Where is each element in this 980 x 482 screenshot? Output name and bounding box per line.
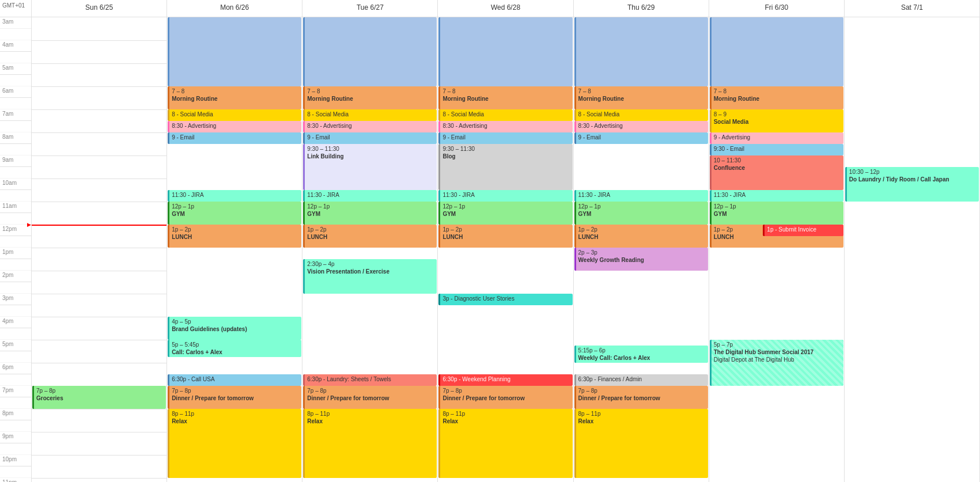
time-10pm: 10pm: [0, 455, 31, 466]
day-col-fri: Fri 6/30 7 – 8Morning Routine 8 – 9Socia…: [709, 0, 845, 482]
event-tue-dinner[interactable]: 7p – 8pDinner / Prepare for tomorrow: [303, 386, 437, 409]
time-6-30: [0, 374, 31, 386]
event-tue-relax[interactable]: 8p – 11pRelax: [303, 409, 437, 478]
time-11pm: 11pm: [0, 478, 31, 482]
event-tue-morning[interactable]: 7 – 8Morning Routine: [303, 86, 437, 109]
event-wed-dinner[interactable]: 7p – 8pDinner / Prepare for tomorrow: [438, 386, 572, 409]
event-wed-relax[interactable]: 8p – 11pRelax: [438, 409, 572, 478]
event-fri-morning[interactable]: 7 – 8Morning Routine: [710, 86, 843, 109]
event-tue-email[interactable]: 9 - Email: [303, 132, 437, 144]
event-wed-social[interactable]: 8 - Social Media: [438, 109, 572, 121]
event-wed-blog[interactable]: 9:30 – 11:30Blog: [438, 144, 572, 190]
event-fri-social[interactable]: 8 – 9Social Media: [710, 109, 843, 132]
time-column: GMT+01 3am 4am 5am 6am 7am 8am 9am 10am …: [0, 0, 32, 482]
event-tue-social[interactable]: 8 - Social Media: [303, 109, 437, 121]
time-6pm: 6pm: [0, 363, 31, 374]
event-mon-brand[interactable]: 4p – 5pBrand Guidelines (updates): [168, 317, 301, 340]
day-body-thu: 7 – 8Morning Routine 8 - Social Media 8:…: [574, 17, 709, 482]
day-body-tue: 7 – 8Morning Routine 8 - Social Media 8:…: [302, 17, 437, 482]
event-fri-blue-top[interactable]: [710, 17, 843, 86]
time-1-30: [0, 259, 31, 271]
event-thu-morning[interactable]: 7 – 8Morning Routine: [574, 86, 708, 109]
event-mon-call-carlos[interactable]: 5p – 5:45pCall: Carlos + Alex: [168, 340, 301, 357]
event-sat-do-laundry[interactable]: 10:30 – 12pDo Laundry / Tidy Room / Call…: [845, 167, 979, 202]
event-wed-diagnostic[interactable]: 3p - Diagnostic User Stories: [438, 294, 572, 305]
time-11am: 11am: [0, 202, 31, 213]
day-body-sat: 10:30 – 12pDo Laundry / Tidy Room / Call…: [845, 17, 979, 482]
event-fri-gym[interactable]: 12p – 1pGYM: [710, 202, 843, 225]
day-body-sun: 7p – 8pGroceries 10:30p - Prepare for th…: [32, 17, 167, 482]
event-wed-weekend[interactable]: 6:30p - Weekend Planning: [438, 374, 572, 386]
event-tue-laundry[interactable]: 6:30p - Laundry: Sheets / Towels: [303, 374, 437, 386]
event-fri-confluence[interactable]: 10 – 11:30Confluence: [710, 155, 843, 190]
event-mon-morning[interactable]: 7 – 8Morning Routine: [168, 86, 301, 109]
event-mon-email[interactable]: 9 - Email: [168, 132, 301, 144]
event-thu-relax[interactable]: 8p – 11pRelax: [574, 409, 708, 478]
time-12pm: 12pm: [0, 225, 31, 236]
event-wed-jira[interactable]: 11:30 - JIRA: [438, 190, 572, 202]
time-6-30: [0, 98, 31, 109]
event-wed-advert[interactable]: 8:30 - Advertising: [438, 121, 572, 132]
event-sun-groceries[interactable]: 7p – 8pGroceries: [32, 386, 166, 409]
event-tue-lunch[interactable]: 1p – 2pLUNCH: [303, 225, 437, 248]
time-8am: 8am: [0, 132, 31, 144]
event-fri-jira[interactable]: 11:30 - JIRA: [710, 190, 843, 202]
time-4-30: [0, 328, 31, 340]
event-thu-social[interactable]: 8 - Social Media: [574, 109, 708, 121]
event-tue-gym[interactable]: 12p – 1pGYM: [303, 202, 437, 225]
grid-lines-sun: [32, 17, 167, 482]
event-mon-dinner[interactable]: 7p – 8pDinner / Prepare for tomorrow: [168, 386, 301, 409]
day-body-mon: 7 – 8Morning Routine 8 - Social Media 8:…: [167, 17, 302, 482]
time-8-30: [0, 420, 31, 432]
time-10-30: [0, 466, 31, 478]
day-header-sun: Sun 6/25: [32, 0, 167, 17]
day-header-mon: Mon 6/26: [167, 0, 302, 17]
event-thu-weekly-call[interactable]: 5:15p – 6pWeekly Call: Carlos + Alex: [574, 346, 708, 363]
event-mon-blue-top[interactable]: [168, 17, 301, 86]
event-mon-jira[interactable]: 11:30 - JIRA: [168, 190, 301, 202]
time-2pm: 2pm: [0, 271, 31, 282]
event-fri-digital-hub[interactable]: 5p – 7pThe Digital Hub Summer Social 201…: [710, 340, 843, 386]
event-mon-lunch[interactable]: 1p – 2pLUNCH: [168, 225, 301, 248]
time-4-30: [0, 52, 31, 63]
time-2-30: [0, 282, 31, 294]
event-thu-advert[interactable]: 8:30 - Advertising: [574, 121, 708, 132]
event-thu-finances[interactable]: 6:30p - Finances / Admin: [574, 374, 708, 386]
event-thu-gym[interactable]: 12p – 1pGYM: [574, 202, 708, 225]
current-time-marker: [32, 225, 167, 226]
event-mon-advert[interactable]: 8:30 - Advertising: [168, 121, 301, 132]
time-5am: 5am: [0, 63, 31, 75]
event-fri-submit[interactable]: 1p - Submit Invoice: [763, 225, 843, 236]
event-thu-email[interactable]: 9 - Email: [574, 132, 708, 144]
timezone-label: GMT+01: [0, 0, 31, 17]
time-9-30: [0, 167, 31, 179]
calendar-container: GMT+01 3am 4am 5am 6am 7am 8am 9am 10am …: [0, 0, 980, 482]
event-thu-lunch[interactable]: 1p – 2pLUNCH: [574, 225, 708, 248]
time-8pm: 8pm: [0, 409, 31, 420]
event-fri-advert[interactable]: 9 - Advertising: [710, 132, 843, 144]
event-mon-relax[interactable]: 8p – 11pRelax: [168, 409, 301, 478]
time-7am: 7am: [0, 109, 31, 121]
event-wed-email[interactable]: 9 - Email: [438, 132, 572, 144]
event-thu-jira[interactable]: 11:30 - JIRA: [574, 190, 708, 202]
event-mon-social[interactable]: 8 - Social Media: [168, 109, 301, 121]
event-wed-blue-top[interactable]: [438, 17, 572, 86]
time-9am: 9am: [0, 155, 31, 167]
event-tue-advert[interactable]: 8:30 - Advertising: [303, 121, 437, 132]
event-tue-blue-top[interactable]: [303, 17, 437, 86]
event-wed-morning[interactable]: 7 – 8Morning Routine: [438, 86, 572, 109]
event-fri-email-930[interactable]: 9:30 - Email: [710, 144, 843, 155]
event-tue-jira[interactable]: 11:30 - JIRA: [303, 190, 437, 202]
event-mon-gym[interactable]: 12p – 1pGYM: [168, 202, 301, 225]
time-10-30: [0, 190, 31, 202]
event-wed-gym[interactable]: 12p – 1pGYM: [438, 202, 572, 225]
event-thu-dinner[interactable]: 7p – 8pDinner / Prepare for tomorrow: [574, 386, 708, 409]
time-5-30: [0, 351, 31, 363]
event-wed-lunch[interactable]: 1p – 2pLUNCH: [438, 225, 572, 248]
event-thu-growth[interactable]: 2p – 3pWeekly Growth Reading: [574, 248, 708, 271]
event-tue-link[interactable]: 9:30 – 11:30Link Building: [303, 144, 437, 190]
event-mon-call-usa[interactable]: 6:30p - Call USA: [168, 374, 301, 386]
event-thu-blue-top[interactable]: [574, 17, 708, 86]
day-header-sat: Sat 7/1: [845, 0, 979, 17]
event-tue-vision[interactable]: 2:30p – 4pVision Presentation / Exercise: [303, 259, 437, 294]
